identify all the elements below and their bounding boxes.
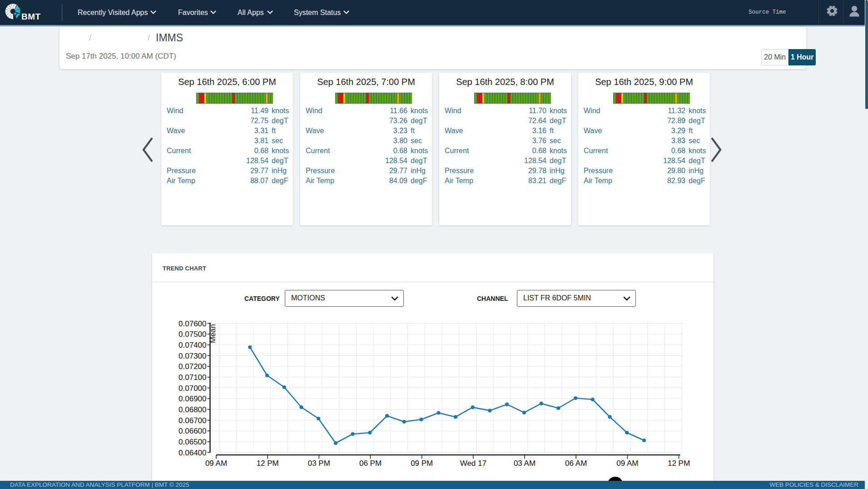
- svg-text:0.06600: 0.06600: [179, 427, 206, 435]
- svg-text:03 AM: 03 AM: [514, 459, 536, 468]
- svg-text:06 AM: 06 AM: [565, 459, 587, 468]
- svg-text:0.06700: 0.06700: [179, 416, 206, 425]
- svg-text:0.06500: 0.06500: [179, 438, 206, 446]
- svg-text:0.07500: 0.07500: [179, 330, 206, 339]
- svg-text:0.06900: 0.06900: [179, 394, 206, 403]
- svg-text:09 PM: 09 PM: [411, 459, 433, 468]
- svg-text:06 PM: 06 PM: [359, 459, 382, 468]
- svg-text:09 AM: 09 AM: [616, 459, 638, 468]
- svg-text:03 PM: 03 PM: [308, 459, 330, 468]
- svg-text:0.07000: 0.07000: [179, 384, 206, 393]
- svg-text:0.07100: 0.07100: [179, 373, 206, 382]
- svg-text:0.06400: 0.06400: [179, 449, 206, 457]
- svg-text:0.06800: 0.06800: [179, 405, 206, 414]
- svg-text:0.07400: 0.07400: [179, 341, 206, 349]
- svg-text:0.07300: 0.07300: [179, 352, 206, 360]
- svg-text:Wed 17: Wed 17: [460, 459, 486, 468]
- svg-text:09 AM: 09 AM: [205, 459, 227, 468]
- svg-text:0.07600: 0.07600: [179, 319, 206, 328]
- svg-text:12 PM: 12 PM: [257, 459, 279, 468]
- svg-text:0.07200: 0.07200: [179, 362, 206, 371]
- svg-text:Mean: Mean: [208, 324, 217, 344]
- svg-text:12 PM: 12 PM: [668, 459, 690, 468]
